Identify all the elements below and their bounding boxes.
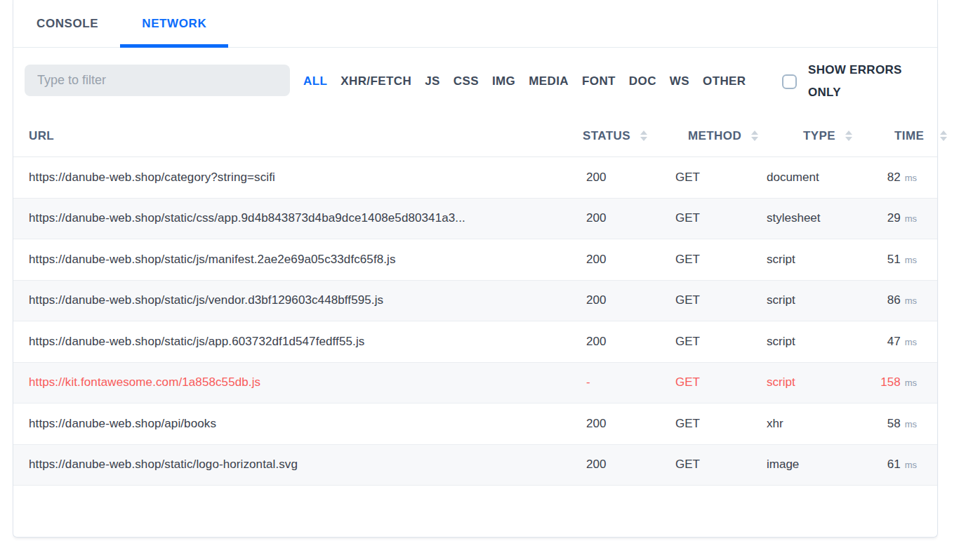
column-header-time[interactable]: TIME	[894, 115, 948, 156]
cell-status: 200	[586, 171, 675, 185]
cell-status: 200	[586, 211, 675, 225]
cell-url: https://kit.fontawesome.com/1a858c55db.j…	[29, 375, 586, 389]
type-filter-group: ALLXHR/FETCHJSCSSIMGMEDIAFONTDOCWSOTHER	[303, 48, 746, 115]
cell-url: https://danube-web.shop/api/books	[29, 417, 586, 431]
cell-method: GET	[675, 458, 767, 472]
cell-time: 82 ms	[854, 171, 917, 185]
cell-method: GET	[675, 211, 767, 225]
sort-icon	[750, 130, 760, 142]
table-row: https://danube-web.shop/static/logo-hori…	[13, 445, 937, 486]
cell-status: 200	[586, 335, 675, 349]
cell-time: 158 ms	[854, 375, 917, 389]
type-filter-doc[interactable]: DOC	[629, 74, 656, 88]
cell-time: 47 ms	[854, 335, 917, 349]
column-header-method[interactable]: METHOD	[688, 115, 760, 156]
cell-type: xhr	[767, 417, 854, 431]
type-filter-other[interactable]: OTHER	[703, 74, 746, 88]
show-errors-only-checkbox[interactable]	[782, 74, 797, 89]
table-row: https://danube-web.shop/static/js/app.60…	[13, 321, 937, 363]
time-unit: ms	[905, 337, 917, 347]
table-row: https://danube-web.shop/category?string=…	[13, 157, 937, 199]
time-value: 61	[887, 458, 901, 472]
time-value: 82	[887, 171, 901, 185]
time-unit: ms	[905, 173, 917, 183]
tab-console[interactable]: CONSOLE	[15, 0, 120, 47]
table-row: https://kit.fontawesome.com/1a858c55db.j…	[13, 363, 937, 404]
column-label: URL	[29, 129, 54, 143]
network-panel: CONSOLE NETWORK ALLXHR/FETCHJSCSSIMGMEDI…	[13, 0, 938, 538]
column-label: STATUS	[583, 129, 630, 143]
cell-time: 58 ms	[854, 417, 917, 431]
cell-method: GET	[675, 171, 767, 185]
table-row: https://danube-web.shop/static/css/app.9…	[13, 199, 937, 240]
cell-url: https://danube-web.shop/static/js/app.60…	[29, 335, 586, 349]
cell-method: GET	[675, 293, 767, 307]
cell-time: 61 ms	[854, 458, 917, 472]
cell-status: 200	[586, 253, 675, 267]
time-unit: ms	[905, 460, 917, 470]
cell-type: script	[767, 253, 854, 267]
type-filter-js[interactable]: JS	[425, 74, 440, 88]
cell-type: script	[767, 293, 854, 307]
type-filter-all[interactable]: ALL	[303, 74, 327, 88]
time-value: 29	[887, 211, 901, 225]
table-row: https://danube-web.shop/static/js/manife…	[13, 239, 937, 281]
cell-url: https://danube-web.shop/static/css/app.9…	[29, 211, 586, 225]
column-label: TIME	[894, 129, 924, 143]
type-filter-xhr-fetch[interactable]: XHR/FETCH	[340, 74, 411, 88]
sort-icon	[640, 130, 649, 142]
panel-tab-bar: CONSOLE NETWORK	[13, 0, 937, 48]
cell-time: 51 ms	[854, 253, 917, 267]
show-errors-only-label[interactable]: SHOW ERRORS ONLY	[808, 59, 913, 104]
cell-type: script	[767, 335, 854, 349]
cell-status: 200	[586, 417, 675, 431]
cell-url: https://danube-web.shop/static/js/vendor…	[29, 293, 586, 307]
sort-icon	[845, 130, 854, 142]
cell-type: image	[767, 458, 854, 472]
time-unit: ms	[905, 213, 917, 224]
cell-type: stylesheet	[767, 211, 854, 225]
cell-method: GET	[675, 375, 767, 389]
column-label: METHOD	[688, 129, 741, 143]
cell-status: 200	[586, 293, 675, 307]
table-header-row: URLSTATUSMETHODTYPETIME	[13, 115, 937, 157]
cell-method: GET	[675, 335, 767, 349]
cell-url: https://danube-web.shop/static/js/manife…	[29, 253, 586, 267]
time-unit: ms	[905, 295, 917, 306]
cell-time: 29 ms	[854, 211, 917, 225]
time-value: 158	[880, 375, 900, 389]
cell-method: GET	[675, 417, 767, 431]
cell-status: -	[586, 375, 675, 389]
cell-type: document	[767, 171, 854, 185]
table-row: https://danube-web.shop/static/js/vendor…	[13, 281, 937, 322]
time-value: 86	[887, 293, 901, 307]
cell-url: https://danube-web.shop/category?string=…	[29, 171, 586, 185]
column-header-url: URL	[29, 115, 54, 156]
column-header-type[interactable]: TYPE	[803, 115, 854, 156]
cell-status: 200	[586, 458, 675, 472]
time-unit: ms	[905, 378, 917, 388]
type-filter-img[interactable]: IMG	[492, 74, 515, 88]
time-value: 51	[887, 253, 901, 267]
cell-method: GET	[675, 253, 767, 267]
cell-url: https://danube-web.shop/static/logo-hori…	[29, 458, 586, 472]
cell-type: script	[767, 375, 854, 389]
time-unit: ms	[905, 419, 917, 429]
type-filter-ws[interactable]: WS	[670, 74, 689, 88]
type-filter-font[interactable]: FONT	[582, 74, 616, 88]
show-errors-only-group: SHOW ERRORS ONLY	[782, 48, 913, 115]
cell-time: 86 ms	[854, 293, 917, 307]
sort-icon	[939, 130, 948, 142]
time-value: 47	[887, 335, 901, 349]
type-filter-css[interactable]: CSS	[454, 74, 479, 88]
column-label: TYPE	[803, 129, 835, 143]
type-filter-media[interactable]: MEDIA	[529, 74, 569, 88]
table-body: https://danube-web.shop/category?string=…	[13, 157, 937, 486]
table-row: https://danube-web.shop/api/books 200 GE…	[13, 404, 937, 445]
time-unit: ms	[905, 255, 917, 265]
tab-network[interactable]: NETWORK	[120, 0, 228, 47]
filter-input[interactable]	[25, 65, 290, 96]
time-value: 58	[887, 417, 901, 431]
column-header-status[interactable]: STATUS	[583, 115, 649, 156]
filter-bar: ALLXHR/FETCHJSCSSIMGMEDIAFONTDOCWSOTHER …	[13, 48, 937, 115]
